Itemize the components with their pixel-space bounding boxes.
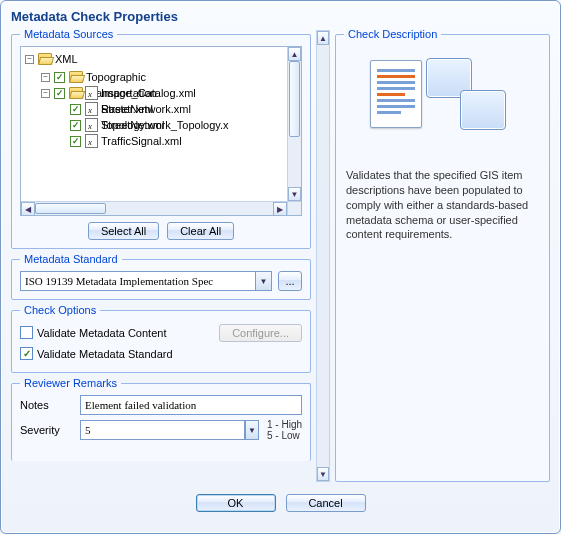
metadata-sources-legend: Metadata Sources [20,28,117,40]
scroll-up-icon[interactable]: ▲ [317,31,329,45]
collapse-icon[interactable]: − [41,73,50,82]
folder-open-icon [69,71,83,83]
scroll-right-icon[interactable]: ▶ [273,202,287,216]
metadata-standard-group: Metadata Standard ▼ ... [11,253,311,300]
standard-input[interactable] [20,271,255,291]
cancel-button[interactable]: Cancel [286,494,366,512]
folder-open-icon [69,87,83,99]
tree-root-label: XML [55,51,78,67]
ok-button[interactable]: OK [196,494,276,512]
xml-file-icon [85,134,98,148]
checkbox-icon[interactable]: ✓ [70,120,81,131]
check-options-group: Check Options Validate Metadata Content … [11,304,311,373]
severity-legend: 1 - High 5 - Low [267,419,302,441]
validate-content-label: Validate Metadata Content [37,327,166,339]
folder-open-icon [38,53,52,65]
reviewer-remarks-group: Reviewer Remarks Notes Severity ▼ 1 - Hi… [11,377,311,461]
checkbox-icon[interactable]: ✓ [54,88,65,99]
standard-more-button[interactable]: ... [278,271,302,291]
notes-label: Notes [20,399,72,411]
xml-file-icon [85,86,98,100]
dialog-footer: OK Cancel [1,486,560,522]
document-icon [370,60,422,128]
description-text: Validates that the specified GIS item de… [344,168,541,242]
scroll-corner [287,201,301,215]
scroll-thumb[interactable] [35,203,106,214]
collapse-icon[interactable]: − [25,55,34,64]
tree-root[interactable]: − XML [25,51,78,67]
metadata-sources-group: Metadata Sources − XML [11,28,311,249]
tree-item[interactable]: ✓ StreetNetwork_Topology.x [57,117,229,133]
validate-standard-checkbox[interactable]: ✓ [20,347,33,360]
collapse-icon[interactable]: − [41,89,50,98]
description-illustration [368,50,518,160]
scroll-left-icon[interactable]: ◀ [21,202,35,216]
tree-group[interactable]: − ✓ Transportation [41,85,157,101]
checkbox-icon[interactable]: ✓ [70,136,81,147]
check-options-legend: Check Options [20,304,100,316]
scroll-down-icon[interactable]: ▼ [288,187,301,201]
tree-vertical-scrollbar[interactable]: ▲ ▼ [287,47,301,201]
chevron-down-icon[interactable]: ▼ [245,420,259,440]
configure-button: Configure... [219,324,302,342]
notes-input[interactable] [80,395,302,415]
severity-label: Severity [20,424,72,436]
check-description-legend: Check Description [344,28,441,40]
tree-horizontal-scrollbar[interactable]: ◀ ▶ [21,201,301,215]
check-description-group: Check Description Validates that the spe… [335,28,550,482]
validate-standard-label: Validate Metadata Standard [37,348,173,360]
clear-all-button[interactable]: Clear All [167,222,234,240]
scroll-up-icon[interactable]: ▲ [288,47,301,61]
panel-vertical-scrollbar[interactable]: ▲ ▼ [316,30,330,482]
layer-icon [460,90,506,130]
tree-item[interactable]: ✓ TrafficSignal.xml [57,133,182,149]
reviewer-remarks-legend: Reviewer Remarks [20,377,121,389]
metadata-standard-legend: Metadata Standard [20,253,122,265]
chevron-down-icon[interactable]: ▼ [255,271,272,291]
scroll-down-icon[interactable]: ▼ [317,467,329,481]
xml-file-icon [85,102,98,116]
checkbox-icon[interactable]: ✓ [54,72,65,83]
standard-combobox[interactable]: ▼ [20,271,272,291]
scroll-thumb[interactable] [289,61,300,137]
dialog-title: Metadata Check Properties [1,1,560,28]
checkbox-icon[interactable]: ✓ [70,104,81,115]
select-all-button[interactable]: Select All [88,222,159,240]
dialog-body: Metadata Sources − XML [1,28,560,486]
validate-content-checkbox[interactable] [20,326,33,339]
severity-input[interactable] [80,420,245,440]
sources-tree[interactable]: − XML − ✓ Topographi [20,46,302,216]
xml-file-icon [85,118,98,132]
severity-combobox[interactable]: ▼ [80,420,259,440]
tree-item[interactable]: ✓ StreetNetwork.xml [57,101,191,117]
